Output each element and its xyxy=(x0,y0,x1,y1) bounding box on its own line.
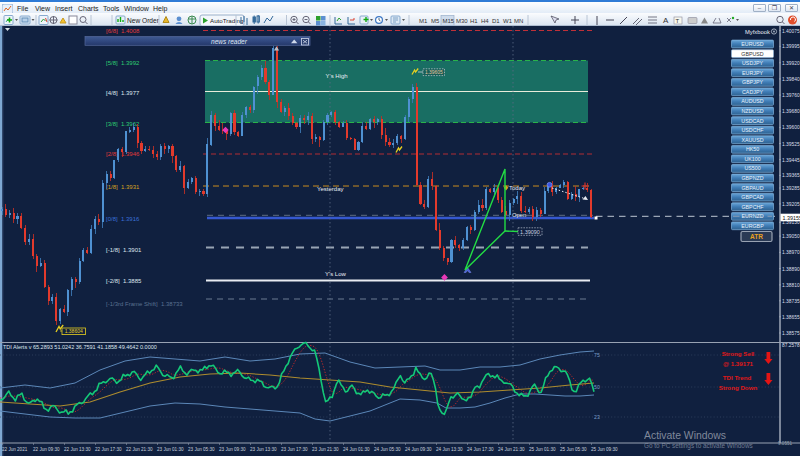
svg-text:A: A xyxy=(663,16,669,25)
svg-text:23 Jun 13:30: 23 Jun 13:30 xyxy=(250,447,277,452)
svg-text:1.39285: 1.39285 xyxy=(782,186,800,191)
svg-text:AutoTrading: AutoTrading xyxy=(210,17,244,24)
svg-text:50: 50 xyxy=(594,384,600,390)
svg-text:Strong Down: Strong Down xyxy=(719,384,758,391)
svg-text:23: 23 xyxy=(594,414,600,420)
svg-text:22 Jun 13:30: 22 Jun 13:30 xyxy=(64,447,91,452)
svg-text:[-2/8] 1.3885: [-2/8] 1.3885 xyxy=(106,278,142,284)
svg-text:1.39920: 1.39920 xyxy=(782,61,800,66)
svg-text:1.38970: 1.38970 xyxy=(782,250,800,255)
svg-text:1.39155: 1.39155 xyxy=(783,215,800,221)
svg-text:23 Jun 05:30: 23 Jun 05:30 xyxy=(188,447,215,452)
svg-text:1.39840: 1.39840 xyxy=(782,77,800,82)
svg-text:[0/8] 1.3916: [0/8] 1.3916 xyxy=(106,216,140,222)
svg-text:M15: M15 xyxy=(443,18,455,24)
svg-text:1.39680: 1.39680 xyxy=(782,109,800,114)
svg-text:1.40075: 1.40075 xyxy=(782,29,800,34)
svg-text:24 Jun 21:30: 24 Jun 21:30 xyxy=(498,447,525,452)
svg-text:EURJPY: EURJPY xyxy=(742,70,763,76)
svg-text:news reader: news reader xyxy=(211,38,248,45)
svg-text:[3/8] 1.3962: [3/8] 1.3962 xyxy=(106,121,140,127)
svg-text:Myfxbook: Myfxbook xyxy=(745,29,770,35)
svg-text:1.38810: 1.38810 xyxy=(782,283,800,288)
svg-text:GBPAUD: GBPAUD xyxy=(742,185,764,191)
svg-text:M5: M5 xyxy=(431,18,440,24)
svg-text:24 Jun 01:30: 24 Jun 01:30 xyxy=(343,447,370,452)
svg-text:1.39445: 1.39445 xyxy=(782,158,800,163)
svg-text:1.39050: 1.39050 xyxy=(782,234,800,239)
svg-text:HK50: HK50 xyxy=(746,146,759,152)
svg-text:MN: MN xyxy=(514,18,523,24)
svg-text:24 Jun 13:30: 24 Jun 13:30 xyxy=(436,447,463,452)
svg-text:GBPCHF: GBPCHF xyxy=(741,204,764,210)
svg-text:[1/8] 1.3931: [1/8] 1.3931 xyxy=(106,184,140,190)
svg-text:23 Jun 21:30: 23 Jun 21:30 xyxy=(312,447,339,452)
svg-text:NZDUSD: NZDUSD xyxy=(741,108,763,114)
svg-text:D1: D1 xyxy=(492,18,500,24)
svg-text:USDCHF: USDCHF xyxy=(741,127,764,133)
svg-text:75: 75 xyxy=(594,352,600,358)
svg-text:Y's Low: Y's Low xyxy=(325,271,346,277)
svg-text:25 Jun 05:30: 25 Jun 05:30 xyxy=(560,447,587,452)
svg-text:CADJPY: CADJPY xyxy=(742,89,763,95)
svg-text:GBPUSD: GBPUSD xyxy=(741,51,764,57)
svg-text:AUDUSD: AUDUSD xyxy=(741,98,764,104)
svg-text:Open: Open xyxy=(512,212,526,218)
svg-text:TDI Trend: TDI Trend xyxy=(723,374,752,381)
svg-text:M1: M1 xyxy=(419,18,428,24)
svg-text:23 Jun 17:30: 23 Jun 17:30 xyxy=(281,447,308,452)
svg-text:87.2578: 87.2578 xyxy=(782,343,800,348)
svg-text:Today: Today xyxy=(509,185,525,191)
svg-text:[-1/8] 1.3901: [-1/8] 1.3901 xyxy=(106,247,142,253)
svg-text:1.39205: 1.39205 xyxy=(782,202,800,207)
svg-text:1.39525: 1.39525 xyxy=(782,142,800,147)
svg-text:1.39995: 1.39995 xyxy=(782,44,800,49)
svg-text:1.38655: 1.38655 xyxy=(782,315,800,320)
svg-text:H4: H4 xyxy=(481,18,489,24)
svg-text:22 Jun 21:30: 22 Jun 21:30 xyxy=(126,447,153,452)
svg-text:W1: W1 xyxy=(503,18,513,24)
svg-text:1.39600: 1.39600 xyxy=(782,125,800,130)
svg-text:[6/8] 1.4008: [6/8] 1.4008 xyxy=(106,28,140,34)
svg-text:Yesterday: Yesterday xyxy=(317,186,343,192)
svg-text:USDCAD: USDCAD xyxy=(741,118,764,124)
svg-text:TDI Alerts v 65.2893 51.0242 3: TDI Alerts v 65.2893 51.0242 36.7591 41.… xyxy=(3,344,157,350)
svg-text:[-1/3rd Frame Shift] 1.38733: [-1/3rd Frame Shift] 1.38733 xyxy=(106,301,183,307)
svg-text:US500: US500 xyxy=(744,165,760,171)
svg-text:EURGBP: EURGBP xyxy=(741,223,764,229)
svg-text:1.38604: 1.38604 xyxy=(65,328,83,334)
svg-text:[4/8] 1.3977: [4/8] 1.3977 xyxy=(106,90,140,96)
svg-text:[5/8] 1.3992: [5/8] 1.3992 xyxy=(106,60,140,66)
svg-text:Strong Sell: Strong Sell xyxy=(722,350,755,357)
svg-text:1.38890: 1.38890 xyxy=(782,267,800,272)
svg-text:Activate Windows: Activate Windows xyxy=(644,430,726,441)
svg-text:XAUUSD: XAUUSD xyxy=(741,137,763,143)
svg-text:GBPJPY: GBPJPY xyxy=(742,79,763,85)
svg-text:24 Jun 17:30: 24 Jun 17:30 xyxy=(467,447,494,452)
svg-text:M30: M30 xyxy=(456,18,468,24)
svg-text:1.39605: 1.39605 xyxy=(425,70,443,75)
svg-text:ATR: ATR xyxy=(750,233,763,240)
svg-text:GBPNZD: GBPNZD xyxy=(741,175,763,181)
svg-text:H1: H1 xyxy=(470,18,478,24)
svg-text:23 Jun 09:30: 23 Jun 09:30 xyxy=(219,447,246,452)
svg-text:1.38575: 1.38575 xyxy=(782,331,800,336)
svg-text:T: T xyxy=(676,18,680,24)
svg-text:EURUSD: EURUSD xyxy=(741,41,764,47)
svg-text:24 Jun 05:30: 24 Jun 05:30 xyxy=(374,447,401,452)
svg-text:New Order: New Order xyxy=(127,17,160,24)
svg-text:23 Jun 01:30: 23 Jun 01:30 xyxy=(157,447,184,452)
svg-text:1.39760: 1.39760 xyxy=(782,93,800,98)
svg-text:1.38735: 1.38735 xyxy=(782,299,800,304)
svg-text:1.39365: 1.39365 xyxy=(782,173,800,178)
svg-text:25 Jun 09:30: 25 Jun 09:30 xyxy=(591,447,618,452)
svg-text:22 Jun 2021: 22 Jun 2021 xyxy=(2,447,28,452)
svg-text:GBPCAD: GBPCAD xyxy=(741,194,764,200)
svg-text:Y's High: Y's High xyxy=(326,73,348,79)
svg-text:22 Jun 17:30: 22 Jun 17:30 xyxy=(95,447,122,452)
svg-text:25 Jun 01:30: 25 Jun 01:30 xyxy=(529,447,556,452)
svg-text:USDJPY: USDJPY xyxy=(742,60,763,66)
svg-text:1.39090: 1.39090 xyxy=(520,229,540,235)
svg-text:@ 1.39171: @ 1.39171 xyxy=(723,360,754,367)
svg-text:24 Jun 09:30: 24 Jun 09:30 xyxy=(405,447,432,452)
